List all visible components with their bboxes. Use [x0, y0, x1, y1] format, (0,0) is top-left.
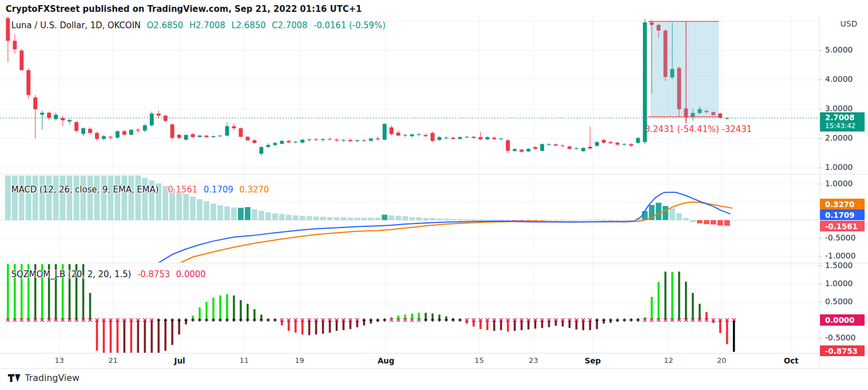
price-tick-1.0000: 1.0000	[825, 163, 853, 172]
macd-tick-1.0000: 1.0000	[825, 179, 853, 188]
sqzmom-legend[interactable]: SQZMOM_LB (20, 2, 20, 1.5) -0.8753 0.000…	[11, 269, 209, 279]
macd-signal-badge: 0.3270	[820, 199, 865, 209]
price-tick-5.0000: 5.0000	[825, 45, 853, 54]
sqzmom-title: SQZMOM_LB (20, 2, 20, 1.5)	[11, 269, 131, 279]
published-header: CryptoFXStreet published on TradingView.…	[6, 4, 362, 14]
macd-hist-badge: -0.1561	[820, 221, 865, 231]
price-tick-4.0000: 4.0000	[825, 75, 853, 84]
time-label-23: 23	[529, 356, 539, 365]
chart-canvas[interactable]	[0, 0, 868, 390]
tradingview-logo-icon	[8, 374, 20, 382]
sqz-tick-0.5000: 0.5000	[825, 297, 853, 306]
time-label-Aug: Aug	[377, 356, 394, 365]
sqzmom-zero-value: 0.0000	[176, 269, 206, 279]
time-label-11: 11	[240, 356, 249, 365]
sqzmom-zero-badge: 0.0000	[820, 314, 865, 326]
time-label-15: 15	[475, 356, 484, 365]
macd-tick--1.0000: -1.0000	[825, 251, 856, 260]
measurement-annotation[interactable]: 3.2431 (-54.41%) -32431	[645, 124, 752, 134]
tradingview-brand: TradingView	[25, 373, 80, 383]
macd-hist-value: -0.1561	[165, 185, 198, 195]
price-tick-2.0000: 2.0000	[825, 133, 853, 142]
symbol-title: Luna / U.S. Dollar, 1D, OKCOIN	[11, 20, 141, 30]
price-change: -0.0161 (-0.59%)	[314, 20, 385, 30]
ohlc-high: H2.7008	[189, 20, 225, 30]
macd-legend[interactable]: MACD (12, 26, close, 9, EMA, EMA) -0.156…	[11, 185, 272, 195]
macd-signal-value: 0.3270	[240, 185, 270, 195]
sqz-tick-1.0000: 1.0000	[825, 279, 853, 288]
time-label-Sep: Sep	[585, 356, 601, 365]
time-label-19: 19	[295, 356, 305, 365]
ohlc-low: L2.6850	[231, 20, 266, 30]
bar-countdown: 15:43:42	[825, 122, 865, 130]
axis-currency-label: USD	[840, 19, 857, 28]
sqzmom-momentum-value: -0.8753	[137, 269, 170, 279]
ohlc-open: O2.6850	[147, 20, 183, 30]
macd-tick--0.5000: -0.5000	[825, 233, 856, 242]
last-price-badge: 2.7008 15:43:42	[820, 112, 865, 132]
ohlc-close: C2.7008	[272, 20, 307, 30]
chart-window: CryptoFXStreet published on TradingView.…	[0, 0, 868, 390]
time-label-Oct: Oct	[784, 356, 798, 365]
time-label-21: 21	[108, 356, 118, 365]
sqzmom-momentum-badge: -0.8753	[820, 345, 865, 356]
time-label-12: 12	[664, 356, 674, 365]
time-label-Jul: Jul	[174, 356, 185, 365]
macd-line-value: 0.1709	[203, 185, 233, 195]
tradingview-footer[interactable]: TradingView	[8, 373, 80, 383]
time-label-20: 20	[717, 356, 727, 365]
sqz-tick--0.5000: -0.5000	[825, 333, 856, 342]
macd-line-badge: 0.1709	[820, 209, 865, 220]
time-label-13: 13	[55, 356, 64, 365]
macd-title: MACD (12, 26, close, 9, EMA, EMA)	[11, 185, 159, 195]
last-price-value: 2.7008	[825, 113, 865, 122]
sqz-tick-1.5000: 1.5000	[825, 261, 853, 270]
symbol-legend[interactable]: Luna / U.S. Dollar, 1D, OKCOIN O2.6850 H…	[11, 20, 389, 30]
